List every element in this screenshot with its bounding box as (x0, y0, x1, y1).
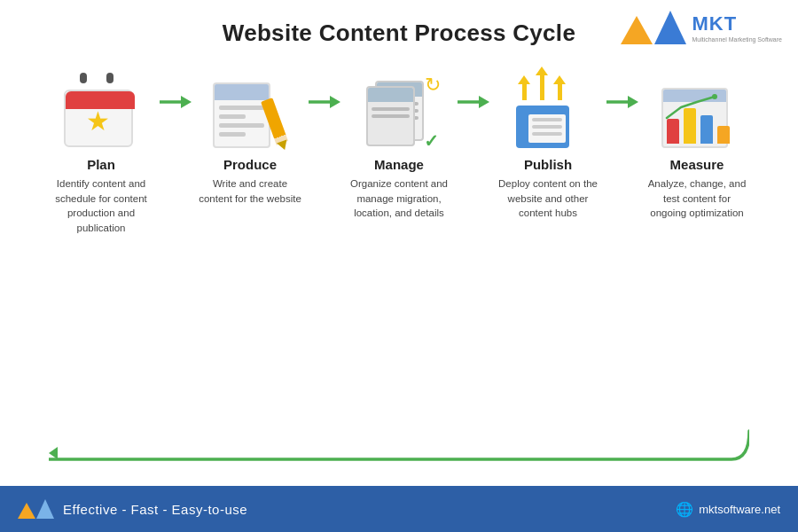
process-flow: ★ Plan Identify content and schedule for… (0, 72, 798, 236)
logo: MKT Multichannel Marketing Software (621, 11, 782, 44)
publish-desc: Deploy content on the website and other … (495, 176, 601, 221)
produce-label: Produce (223, 157, 277, 172)
step-plan: ★ Plan Identify content and schedule for… (43, 72, 159, 236)
manage-icon: ↻ ✓ (355, 72, 443, 152)
produce-icon (206, 72, 294, 152)
svg-marker-3 (330, 96, 340, 108)
logo-triangle-orange-icon (621, 16, 653, 44)
footer-right: 🌐 mktsoftware.net (676, 501, 780, 518)
manage-desc: Organize content and manage migration, l… (346, 176, 452, 221)
globe-icon: 🌐 (676, 501, 693, 518)
svg-marker-1 (181, 96, 192, 108)
manage-label: Manage (374, 157, 424, 172)
measure-icon (653, 72, 741, 152)
arrow-produce-to-manage (308, 72, 341, 113)
footer-tagline: Effective - Fast - Easy-to-use (63, 502, 247, 517)
svg-marker-9 (49, 447, 58, 459)
footer-website: mktsoftware.net (699, 503, 780, 516)
logo-triangle-blue-icon (654, 11, 686, 44)
measure-label: Measure (670, 157, 724, 172)
measure-desc: Analyze, change, and test content for on… (644, 176, 750, 221)
arrow-manage-to-publish (457, 72, 490, 113)
produce-desc: Write and create content for the website (197, 176, 303, 206)
step-publish: Publish Deploy content on the website an… (490, 72, 606, 221)
logo-subtext: Multichannel Marketing Software (692, 36, 782, 43)
feedback-arrow (49, 429, 749, 461)
svg-marker-7 (628, 96, 638, 108)
publish-icon (504, 72, 592, 152)
footer: Effective - Fast - Easy-to-use 🌐 mktsoft… (0, 486, 798, 532)
svg-point-8 (712, 94, 717, 99)
arrow-publish-to-measure (606, 72, 639, 113)
plan-label: Plan (87, 157, 115, 172)
plan-desc: Identify content and schedule for conten… (48, 176, 154, 236)
arrow-plan-to-produce (159, 72, 192, 113)
footer-logo-icon (18, 499, 54, 519)
manage-check-icon: ✓ (424, 130, 439, 152)
manage-arrows-icon: ↻ (425, 75, 441, 95)
plan-icon: ★ (57, 72, 145, 152)
footer-left: Effective - Fast - Easy-to-use (18, 499, 247, 519)
publish-label: Publish (524, 157, 572, 172)
step-manage: ↻ ✓ Manage Organize content and manage m… (341, 72, 457, 221)
logo-text: MKT (692, 12, 782, 35)
step-measure: Measure Analyze, change, and test conten… (639, 72, 755, 221)
logo-shapes (621, 11, 686, 44)
svg-marker-5 (479, 96, 489, 108)
step-produce: Produce Write and create content for the… (192, 72, 308, 206)
